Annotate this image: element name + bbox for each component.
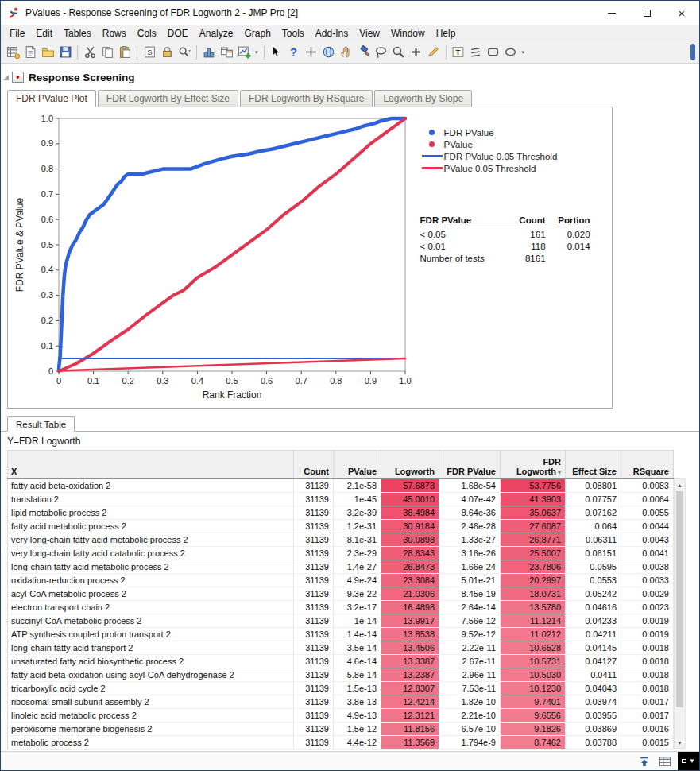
table-cell[interactable]: 31139 [294, 587, 334, 601]
table-cell[interactable]: 13.8538 [381, 628, 439, 641]
table-cell[interactable]: peroxisome membrane biogenesis 2 [8, 723, 294, 736]
table-row[interactable]: fatty acid metabolic process 2311391.2e-… [8, 520, 674, 533]
table-cell[interactable]: 27.6087 [501, 520, 566, 533]
table-cell[interactable]: 0.03869 [566, 723, 621, 736]
legend-item-pvalue-0-05-threshold[interactable]: PValue 0.05 Threshold [420, 162, 607, 174]
menu-help[interactable]: Help [431, 26, 462, 41]
table-cell[interactable]: 0.03955 [566, 709, 621, 723]
table-row[interactable]: long-chain fatty acid metabolic process … [8, 560, 674, 574]
table-cell[interactable]: 38.4984 [381, 506, 439, 520]
table-cell[interactable]: 1.82e-10 [439, 695, 501, 709]
table-cell[interactable]: unsaturated fatty acid biosynthetic proc… [8, 655, 294, 668]
table-cell[interactable]: 31139 [294, 560, 334, 574]
table-cell[interactable]: 0.0019 [621, 614, 674, 628]
table-cell[interactable]: 1.5e-12 [334, 723, 381, 736]
table-row[interactable]: metabolic process 2311394.4e-1211.35691.… [8, 736, 674, 750]
close-button[interactable]: × [664, 1, 699, 25]
table-cell[interactable]: 9.7401 [501, 695, 566, 709]
table-cell[interactable]: 12.3121 [381, 709, 439, 723]
table-cell[interactable]: 57.6873 [381, 479, 439, 493]
table-cell[interactable]: 3.5e-14 [334, 641, 381, 655]
help-tool-icon[interactable]: ? [285, 44, 303, 61]
save-icon[interactable] [56, 44, 74, 61]
table-cell[interactable]: 0.0044 [621, 520, 674, 533]
lock-icon[interactable] [158, 44, 176, 61]
table-cell[interactable]: 0.0033 [621, 574, 674, 587]
table-row[interactable]: succinyl-CoA metabolic process 2311391e-… [8, 614, 674, 628]
table-cell[interactable]: 1.2e-31 [334, 520, 381, 533]
table-row[interactable]: very long-chain fatty acid catabolic pro… [8, 547, 674, 560]
table-cell[interactable]: 53.7756 [501, 479, 566, 493]
table-cell[interactable]: 3.16e-26 [439, 547, 501, 560]
menu-view[interactable]: View [354, 26, 385, 41]
table-cell[interactable]: 13.2387 [381, 668, 439, 682]
table-cell[interactable]: 11.0212 [501, 628, 566, 641]
table-cell[interactable]: succinyl-CoA metabolic process 2 [8, 614, 294, 628]
table-cell[interactable]: 4.07e-42 [439, 493, 501, 506]
table-cell[interactable]: 4.9e-24 [334, 574, 381, 587]
table-row[interactable]: linoleic acid metabolic process 2311394.… [8, 709, 674, 723]
table-scrollbar[interactable]: ▲ ▼ [674, 478, 686, 749]
table-cell[interactable]: 0.0019 [621, 628, 674, 641]
table-cell[interactable]: translation 2 [8, 493, 294, 506]
table-cell[interactable]: 0.0595 [566, 560, 621, 574]
table-cell[interactable]: 2.21e-10 [439, 709, 501, 723]
menu-tables[interactable]: Tables [58, 26, 97, 41]
new-data-table-icon[interactable] [4, 44, 21, 61]
table-row[interactable]: ribosomal small subunit assembly 2311393… [8, 695, 674, 709]
menu-file[interactable]: File [4, 26, 30, 41]
table-row[interactable]: lipid metabolic process 2311393.2e-3938.… [8, 506, 674, 520]
table-cell[interactable]: 8.45e-19 [439, 587, 501, 601]
table-cell[interactable]: 0.0023 [621, 601, 674, 614]
table-cell[interactable]: 0.0411 [566, 668, 621, 682]
column-header-fdr-logworth[interactable]: FDR Logworth▾ [501, 451, 566, 479]
table-cell[interactable]: 0.06311 [566, 533, 621, 547]
table-cell[interactable]: 0.0018 [621, 655, 674, 668]
table-cell[interactable]: 10.6528 [501, 641, 566, 655]
table-cell[interactable]: metabolic process 2 [8, 736, 294, 750]
table-row[interactable]: acyl-CoA metabolic process 2311399.3e-22… [8, 587, 674, 601]
column-header-rsquare[interactable]: RSquare [621, 451, 674, 479]
plus-tool-icon[interactable] [408, 44, 425, 61]
table-cell[interactable]: 0.0038 [621, 560, 674, 574]
table-cell[interactable]: 25.5007 [501, 547, 566, 560]
table-cell[interactable]: 7.53e-11 [439, 682, 501, 695]
table-cell[interactable]: oxidation-reduction process 2 [8, 574, 294, 587]
table-cell[interactable]: 31139 [294, 574, 334, 587]
table-cell[interactable]: 8.1e-31 [334, 533, 381, 547]
annotate-oval-icon[interactable] [502, 44, 520, 61]
red-triangle-menu-button[interactable]: ▼ [12, 72, 24, 83]
table-cell[interactable]: 1e-14 [334, 614, 381, 628]
table-cell[interactable]: 1.33e-27 [439, 533, 501, 547]
annotate-shape-icon[interactable] [485, 44, 502, 61]
table-cell[interactable]: 30.0898 [381, 533, 439, 547]
table-cell[interactable]: 0.0017 [621, 709, 674, 723]
table-cell[interactable]: 20.2997 [501, 574, 566, 587]
table-cell[interactable]: tricarboxylic acid cycle 2 [8, 682, 294, 695]
table-row[interactable]: fatty acid beta-oxidation 2311392.1e-585… [8, 479, 674, 493]
column-header-x[interactable]: X [8, 451, 294, 479]
table-cell[interactable]: 21.0306 [381, 587, 439, 601]
table-row[interactable]: tricarboxylic acid cycle 2311391.5e-1312… [8, 682, 674, 695]
menu-cols[interactable]: Cols [132, 26, 162, 41]
table-cell[interactable]: 23.7806 [501, 560, 566, 574]
table-cell[interactable]: 31139 [294, 682, 334, 695]
table-cell[interactable]: 6.57e-10 [439, 723, 501, 736]
toolbar-overflow-icon[interactable]: ▾ [255, 49, 258, 56]
table-cell[interactable]: 8.64e-36 [439, 506, 501, 520]
table-cell[interactable]: 31139 [294, 736, 334, 750]
pencil-tool-icon[interactable] [425, 44, 443, 61]
table-cell[interactable]: 31139 [294, 506, 334, 520]
grabber-tool-icon[interactable] [338, 44, 355, 61]
scrollbar-up-arrow-icon[interactable]: ▲ [675, 479, 685, 490]
table-cell[interactable]: 13.4506 [381, 641, 439, 655]
table-cell[interactable]: 2.64e-14 [439, 601, 501, 614]
column-header-pvalue[interactable]: PValue [334, 451, 381, 479]
table-cell[interactable]: 2.22e-11 [439, 641, 501, 655]
table-cell[interactable]: lipid metabolic process 2 [8, 506, 294, 520]
table-cell[interactable]: 8.7462 [501, 736, 566, 750]
table-cell[interactable]: 31139 [294, 655, 334, 668]
table-row[interactable]: unsaturated fatty acid biosynthetic proc… [8, 655, 674, 668]
table-cell[interactable]: 13.5780 [501, 601, 566, 614]
arrow-tool-icon[interactable] [268, 44, 285, 61]
